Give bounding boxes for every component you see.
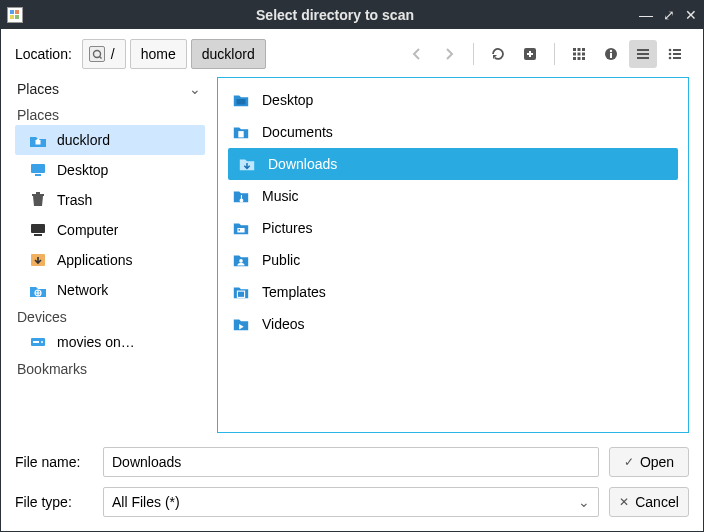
toolbar: Location: / home ducklord	[1, 29, 703, 77]
check-icon: ✓	[624, 455, 634, 469]
svg-rect-9	[582, 48, 585, 51]
sidebar: Places ⌄ Places ducklord Desktop Trash C…	[15, 77, 205, 433]
maximize-button[interactable]: ⤢	[663, 7, 675, 23]
desktop-icon	[29, 161, 47, 179]
sidebar-item-device[interactable]: movies on…	[15, 327, 205, 357]
apps-icon	[29, 251, 47, 269]
svg-rect-3	[15, 15, 19, 19]
svg-rect-12	[582, 53, 585, 56]
file-item-label: Music	[262, 188, 299, 204]
svg-rect-19	[637, 49, 649, 51]
chevron-down-icon: ⌄	[578, 494, 590, 510]
back-button[interactable]	[403, 40, 431, 68]
svg-rect-11	[578, 53, 581, 56]
svg-point-22	[669, 49, 672, 52]
file-item-documents[interactable]: Documents	[218, 116, 688, 148]
svg-point-24	[669, 53, 672, 56]
svg-rect-8	[578, 48, 581, 51]
svg-rect-27	[673, 57, 681, 59]
dialog-window: Select directory to scan — ⤢ ✕ Location:…	[0, 0, 704, 532]
svg-rect-10	[573, 53, 576, 56]
titlebar: Select directory to scan — ⤢ ✕	[1, 1, 703, 29]
file-item-downloads[interactable]: Downloads	[228, 148, 678, 180]
svg-rect-34	[34, 234, 42, 236]
svg-rect-20	[637, 53, 649, 55]
sidebar-header[interactable]: Places ⌄	[15, 77, 205, 103]
new-folder-button[interactable]	[516, 40, 544, 68]
filetype-select[interactable]: All Files (*) ⌄	[103, 487, 599, 517]
svg-rect-29	[31, 164, 45, 173]
close-button[interactable]: ✕	[685, 7, 697, 23]
sidebar-item-label: movies on…	[57, 334, 135, 350]
filename-input[interactable]	[103, 447, 599, 477]
bottom-bar: File name: ✓Open File type: All Files (*…	[1, 441, 703, 531]
folder-icon	[232, 315, 250, 333]
svg-rect-7	[573, 48, 576, 51]
sidebar-item-label: Computer	[57, 222, 118, 238]
file-item-public[interactable]: Public	[218, 244, 688, 276]
file-list[interactable]: Desktop Documents Downloads Music Pictur…	[217, 77, 689, 433]
sidebar-item-label: Desktop	[57, 162, 108, 178]
svg-rect-0	[10, 10, 14, 14]
reload-button[interactable]	[484, 40, 512, 68]
path-segment-current[interactable]: ducklord	[191, 39, 266, 69]
sidebar-item-applications[interactable]: Applications	[15, 245, 205, 275]
svg-rect-2	[10, 15, 14, 19]
separator	[473, 43, 474, 65]
file-item-desktop[interactable]: Desktop	[218, 84, 688, 116]
trash-icon	[29, 191, 47, 209]
svg-point-44	[239, 259, 243, 263]
sidebar-item-computer[interactable]: Computer	[15, 215, 205, 245]
file-item-label: Pictures	[262, 220, 313, 236]
sidebar-item-home[interactable]: ducklord	[15, 125, 205, 155]
sidebar-item-network[interactable]: Network	[15, 275, 205, 305]
svg-rect-33	[31, 224, 45, 233]
minimize-button[interactable]: —	[639, 7, 653, 23]
sidebar-item-label: Applications	[57, 252, 133, 268]
folder-icon	[232, 219, 250, 237]
path-segment-home[interactable]: home	[130, 39, 187, 69]
svg-rect-28	[36, 141, 41, 145]
folder-icon	[232, 187, 250, 205]
svg-rect-40	[237, 99, 246, 104]
cancel-button[interactable]: ✕Cancel	[609, 487, 689, 517]
sidebar-group-places: Places	[15, 103, 205, 125]
location-label: Location:	[15, 46, 72, 62]
info-button[interactable]	[597, 40, 625, 68]
filetype-label: File type:	[15, 494, 93, 510]
svg-point-17	[610, 50, 612, 52]
detail-view-button[interactable]	[661, 40, 689, 68]
svg-rect-30	[35, 174, 41, 176]
svg-rect-1	[15, 10, 19, 14]
folder-icon	[232, 91, 250, 109]
file-item-label: Templates	[262, 284, 326, 300]
sidebar-item-label: Network	[57, 282, 108, 298]
sidebar-item-desktop[interactable]: Desktop	[15, 155, 205, 185]
drive-icon	[29, 333, 47, 351]
file-item-templates[interactable]: Templates	[218, 276, 688, 308]
list-view-button[interactable]	[629, 40, 657, 68]
open-button[interactable]: ✓Open	[609, 447, 689, 477]
file-item-pictures[interactable]: Pictures	[218, 212, 688, 244]
disk-icon	[89, 46, 105, 62]
forward-button[interactable]	[435, 40, 463, 68]
file-item-label: Public	[262, 252, 300, 268]
svg-rect-25	[673, 53, 681, 55]
sidebar-group-devices: Devices	[15, 305, 205, 327]
icon-view-button[interactable]	[565, 40, 593, 68]
open-button-label: Open	[640, 454, 674, 470]
svg-point-39	[41, 341, 43, 343]
file-item-label: Downloads	[268, 156, 337, 172]
path-root[interactable]: /	[82, 39, 126, 69]
chevron-down-icon: ⌄	[189, 81, 201, 97]
sidebar-item-trash[interactable]: Trash	[15, 185, 205, 215]
sidebar-item-label: Trash	[57, 192, 92, 208]
file-item-videos[interactable]: Videos	[218, 308, 688, 340]
filetype-value: All Files (*)	[112, 494, 578, 510]
svg-rect-41	[238, 131, 243, 137]
file-item-music[interactable]: Music	[218, 180, 688, 212]
svg-rect-23	[673, 49, 681, 51]
window-title: Select directory to scan	[31, 7, 639, 23]
folder-icon	[232, 123, 250, 141]
svg-rect-32	[36, 192, 40, 194]
